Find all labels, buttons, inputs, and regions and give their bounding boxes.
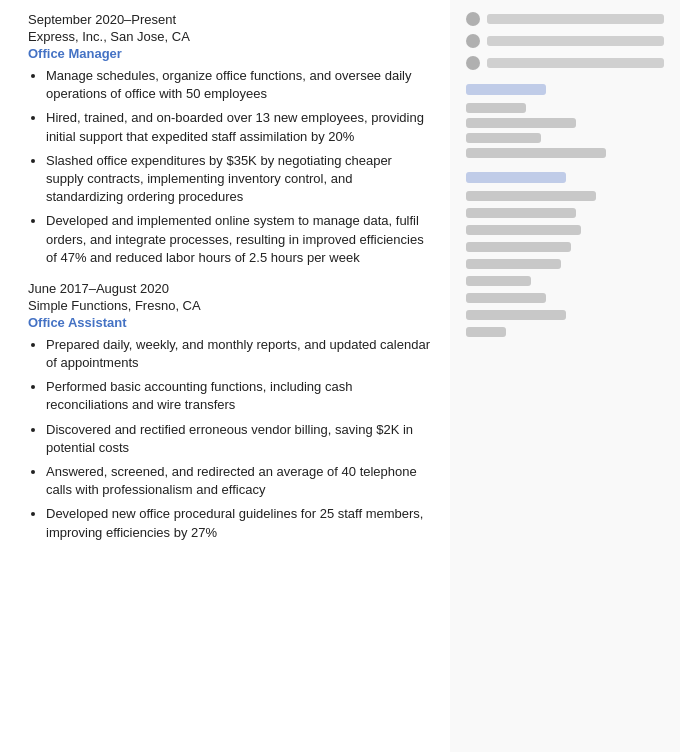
address-icon bbox=[466, 56, 480, 70]
right-column bbox=[450, 0, 680, 752]
list-item: Prepared daily, weekly, and monthly repo… bbox=[46, 336, 430, 372]
contact-phone bbox=[466, 12, 664, 26]
email-icon bbox=[466, 34, 480, 48]
list-item: Discovered and rectified erroneous vendo… bbox=[46, 421, 430, 457]
education-block bbox=[466, 103, 664, 158]
job2-bullets: Prepared daily, weekly, and monthly repo… bbox=[46, 336, 430, 542]
list-item: Manage schedules, organize office functi… bbox=[46, 67, 430, 103]
phone-text bbox=[487, 14, 664, 24]
contact-address bbox=[466, 56, 664, 70]
job2-title: Office Assistant bbox=[28, 315, 430, 330]
list-item: Performed basic accounting functions, in… bbox=[46, 378, 430, 414]
education-section-title bbox=[466, 84, 546, 95]
job1-section: September 2020–Present Express, Inc., Sa… bbox=[28, 12, 430, 267]
job1-title: Office Manager bbox=[28, 46, 430, 61]
job2-company: Simple Functions, Fresno, CA bbox=[28, 298, 430, 313]
edu-location bbox=[466, 133, 541, 143]
address-text bbox=[487, 58, 664, 68]
list-item: Answered, screened, and redirected an av… bbox=[46, 463, 430, 499]
skill-item bbox=[466, 293, 546, 303]
skill-item bbox=[466, 276, 531, 286]
job1-date: September 2020–Present bbox=[28, 12, 430, 27]
job1-company: Express, Inc., San Jose, CA bbox=[28, 29, 430, 44]
job2-section: June 2017–August 2020 Simple Functions, … bbox=[28, 281, 430, 542]
list-item: Developed new office procedural guidelin… bbox=[46, 505, 430, 541]
contact-email bbox=[466, 34, 664, 48]
list-item: Slashed office expenditures by $35K by n… bbox=[46, 152, 430, 207]
skill-item bbox=[466, 310, 566, 320]
job2-date: June 2017–August 2020 bbox=[28, 281, 430, 296]
phone-icon bbox=[466, 12, 480, 26]
skill-item bbox=[466, 327, 506, 337]
contact-section bbox=[466, 12, 664, 70]
edu-school bbox=[466, 118, 576, 128]
skills-section-title bbox=[466, 172, 566, 183]
list-item: Developed and implemented online system … bbox=[46, 212, 430, 267]
skills-section bbox=[466, 172, 664, 337]
left-column: September 2020–Present Express, Inc., Sa… bbox=[0, 0, 450, 752]
skill-item bbox=[466, 259, 561, 269]
skill-item bbox=[466, 242, 571, 252]
job1-bullets: Manage schedules, organize office functi… bbox=[46, 67, 430, 267]
edu-dates bbox=[466, 148, 606, 158]
skill-item bbox=[466, 225, 581, 235]
skill-item bbox=[466, 208, 576, 218]
education-section bbox=[466, 84, 664, 158]
list-item: Hired, trained, and on-boarded over 13 n… bbox=[46, 109, 430, 145]
skill-item bbox=[466, 191, 596, 201]
email-text bbox=[487, 36, 664, 46]
edu-degree bbox=[466, 103, 526, 113]
